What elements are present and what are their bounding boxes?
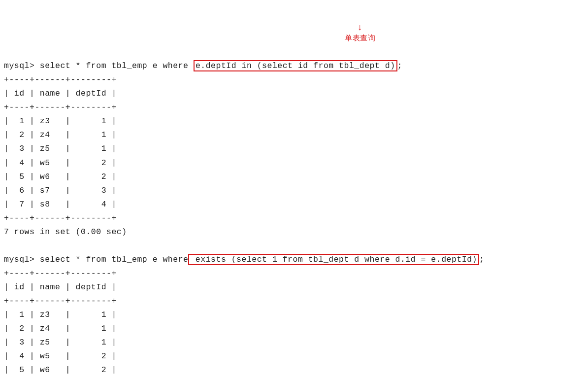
annotation-label: 单表查询 xyxy=(345,32,375,44)
annotation-box: ↓ 单表查询 xyxy=(345,23,375,44)
table1-footer: 7 rows in set (0.00 sec) xyxy=(4,227,127,237)
table2-row: | 3 | z5 | 1 | xyxy=(4,338,117,347)
query2-prompt: mysql> xyxy=(4,255,40,264)
query2-pre: select * from tbl_emp e where xyxy=(40,255,189,264)
table2-border-mid: +----+------+--------+ xyxy=(4,296,117,306)
table1-row: | 7 | s8 | 4 | xyxy=(4,200,117,209)
table2-row: | 1 | z3 | 1 | xyxy=(4,310,117,319)
query1-pre: select * from tbl_emp e where xyxy=(40,61,194,70)
query1-highlight-box: e.deptId in (select id from tbl_dept d) xyxy=(194,60,397,71)
table2-row: | 5 | w6 | 2 | xyxy=(4,365,117,375)
query2-post: ; xyxy=(479,255,484,264)
table1-row: | 6 | s7 | 3 | xyxy=(4,186,117,195)
table1-row: | 5 | w6 | 2 | xyxy=(4,172,117,181)
table2-border-top: +----+------+--------+ xyxy=(4,269,117,278)
table2-header: | id | name | deptId | xyxy=(4,282,117,292)
table1-border-bot: +----+------+--------+ xyxy=(4,213,117,223)
query2-highlight-box: exists (select 1 from tbl_dept d where d… xyxy=(188,254,479,265)
query1-post: ; xyxy=(397,61,402,70)
arrow-down-icon: ↓ xyxy=(345,23,375,32)
table1-header: | id | name | deptId | xyxy=(4,89,117,98)
table1-row: | 4 | w5 | 2 | xyxy=(4,158,117,168)
table1-row: | 1 | z3 | 1 | xyxy=(4,116,117,126)
table1-row: | 2 | z4 | 1 | xyxy=(4,130,117,139)
table1-row: | 3 | z5 | 1 | xyxy=(4,144,117,153)
table1-border-top: +----+------+--------+ xyxy=(4,75,117,84)
table2-row: | 4 | w5 | 2 | xyxy=(4,351,117,361)
table1-border-mid: +----+------+--------+ xyxy=(4,103,117,112)
table2-row: | 2 | z4 | 1 | xyxy=(4,324,117,333)
query1-prompt: mysql> xyxy=(4,61,40,70)
